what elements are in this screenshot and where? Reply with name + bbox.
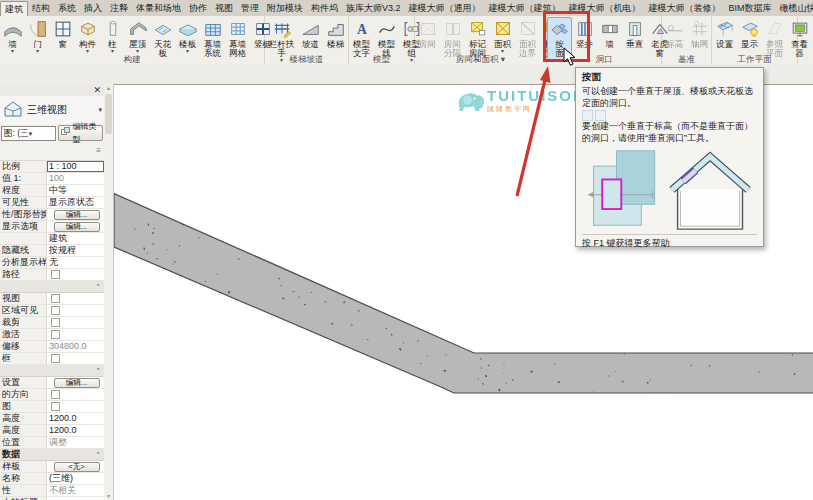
ribbon-group-label-room-area[interactable]: 房间和面积 ▾: [415, 54, 546, 64]
property-edit-button[interactable]: 编辑...: [54, 222, 100, 232]
ribbon-button-workplane-show[interactable]: 显示: [737, 17, 762, 51]
scroll-up-icon[interactable]: ▲: [104, 84, 113, 92]
ribbon-buttons: 栏杆扶手▾坡道楼梯: [265, 16, 348, 55]
property-value[interactable]: [47, 305, 104, 316]
property-row: 样板<无>: [0, 461, 104, 473]
chevron-down-icon[interactable]: ▾: [98, 106, 102, 114]
ribbon-button-grid[interactable]: 轴网: [687, 17, 712, 51]
property-row: 框: [0, 353, 104, 365]
ribbon-button-ramp[interactable]: 坡道: [298, 17, 323, 51]
ribbon-tab[interactable]: 橄榄山快模-免费版: [776, 1, 813, 16]
type-selector[interactable]: 图: (三维) ▾: [1, 126, 56, 141]
property-row: 视图: [0, 293, 104, 305]
ribbon-tab[interactable]: 视图: [211, 1, 237, 16]
checkbox[interactable]: [51, 270, 60, 279]
ribbon-tab[interactable]: 构件坞: [307, 1, 342, 16]
ribbon-button-window[interactable]: 窗: [50, 17, 75, 51]
collapse-icon[interactable]: ⌃: [95, 281, 104, 292]
ribbon-button-workplane-set[interactable]: 设置: [712, 17, 737, 51]
property-value[interactable]: 编辑...: [47, 221, 104, 232]
ribbon-tab[interactable]: 体量和场地: [132, 1, 185, 16]
property-label: 性/图形替换: [0, 209, 47, 220]
ribbon-button-label: 显示: [741, 40, 758, 49]
ribbon-tab[interactable]: 注释: [106, 1, 132, 16]
ribbon-button-vertical-opening[interactable]: 垂直: [622, 17, 647, 51]
ribbon-button-wall-opening[interactable]: 墙: [597, 17, 622, 51]
properties-filter-icon[interactable]: ≡: [96, 146, 101, 155]
ribbon-button-label: 坡道: [302, 40, 319, 49]
ribbon-button-level[interactable]: 标高: [662, 17, 687, 51]
ribbon-button-column[interactable]: 柱▾: [100, 17, 125, 56]
property-edit-button[interactable]: 编辑...: [54, 210, 100, 220]
ribbon-tab[interactable]: 插入: [80, 1, 106, 16]
ribbon-button-room[interactable]: 房间: [415, 17, 440, 51]
ribbon-tab[interactable]: 结构: [28, 1, 54, 16]
ribbon-tab[interactable]: 建模大师（通用）: [405, 1, 485, 16]
property-value[interactable]: [47, 353, 104, 364]
checkbox[interactable]: [51, 294, 60, 303]
property-value: 1200.0: [47, 425, 104, 436]
ribbon-button-component[interactable]: 构件▾: [75, 17, 100, 56]
ribbon-button-roof[interactable]: 屋顶▾: [125, 17, 150, 56]
checkbox[interactable]: [51, 306, 60, 315]
property-label: 的方向: [0, 389, 47, 400]
checkbox[interactable]: [51, 318, 60, 327]
component-icon: [78, 19, 98, 39]
property-row: 路径: [0, 269, 104, 281]
ribbon-buttons: A模型 文字模型 线模型 组▾: [349, 16, 414, 55]
ribbon-tab[interactable]: 附加模块: [263, 1, 307, 16]
property-value[interactable]: 编辑...: [47, 377, 104, 388]
collapse-icon[interactable]: ⌃: [95, 365, 104, 376]
property-value[interactable]: [47, 329, 104, 340]
property-value[interactable]: 1 : 100: [47, 161, 104, 172]
property-section-header[interactable]: 数据⌃: [0, 449, 104, 461]
close-icon[interactable]: ✕: [93, 84, 101, 96]
property-value[interactable]: [47, 293, 104, 304]
property-section-header[interactable]: ⌃: [0, 365, 104, 377]
property-edit-button[interactable]: <无>: [54, 462, 100, 472]
checkbox[interactable]: [51, 390, 60, 399]
property-label: 设置: [0, 377, 47, 388]
ribbon-group-stair-ramp: 栏杆扶手▾坡道楼梯楼梯坡道: [265, 16, 349, 64]
property-label: 偏移: [0, 341, 47, 352]
ribbon: 墙▾门▾窗构件▾柱▾屋顶▾天花板楼板▾幕墙 系统幕墙 网格竖梃构建栏杆扶手▾坡道…: [0, 16, 813, 64]
ribbon-tab[interactable]: 管理: [237, 1, 263, 16]
ribbon-tab[interactable]: 建筑: [0, 1, 28, 16]
property-value[interactable]: [47, 317, 104, 328]
checkbox[interactable]: [51, 354, 60, 363]
ribbon-button-stairs[interactable]: 楼梯: [323, 17, 348, 51]
ribbon-tab[interactable]: 建模大师（装修）: [645, 1, 725, 16]
properties-scrollbar[interactable]: ▲ ▼: [104, 84, 114, 500]
ribbon-tab[interactable]: 族库大师V3.2: [342, 1, 405, 16]
collapse-icon[interactable]: ⌃: [95, 449, 104, 460]
scrollbar-thumb[interactable]: [105, 94, 112, 134]
curtain-grid-icon: [228, 19, 248, 39]
property-row: 位置调整: [0, 437, 104, 449]
property-edit-button[interactable]: 编辑...: [54, 378, 100, 388]
checkbox[interactable]: [51, 402, 60, 411]
scroll-down-icon[interactable]: ▼: [104, 492, 113, 500]
properties-palette: ✕ 三维视图 ▾ 图: (三维) ▾ 编辑类型 ≡ 比例1 :: [0, 84, 105, 500]
checkbox[interactable]: [51, 330, 60, 339]
property-section-header[interactable]: ⌃: [0, 281, 104, 293]
ribbon-button-area[interactable]: 面积▾: [490, 17, 515, 56]
ribbon-tab-bar: 建筑结构系统插入注释体量和场地协作视图管理附加模块构件坞族库大师V3.2建模大师…: [0, 0, 813, 16]
ribbon-tab[interactable]: BIM数据库: [725, 1, 776, 16]
ribbon-tab[interactable]: 协作: [185, 1, 211, 16]
property-value[interactable]: 编辑...: [47, 209, 104, 220]
edit-type-button[interactable]: 编辑类型: [58, 125, 103, 141]
property-value[interactable]: <无>: [47, 461, 104, 472]
ribbon-button-door[interactable]: 门▾: [25, 17, 50, 56]
property-label: [0, 233, 47, 244]
property-value[interactable]: [47, 389, 104, 400]
property-row: 裁剪: [0, 317, 104, 329]
tag-room-icon: [468, 19, 488, 39]
chevron-down-icon: ▾: [29, 127, 54, 140]
ceiling-icon: [153, 19, 173, 39]
ribbon-button-floor[interactable]: 楼板▾: [175, 17, 200, 56]
ribbon-tab[interactable]: 系统: [54, 1, 80, 16]
property-value[interactable]: [47, 401, 104, 412]
ribbon-button-wall[interactable]: 墙▾: [0, 17, 25, 56]
property-value[interactable]: [47, 269, 104, 280]
property-value: (三维): [47, 473, 104, 484]
